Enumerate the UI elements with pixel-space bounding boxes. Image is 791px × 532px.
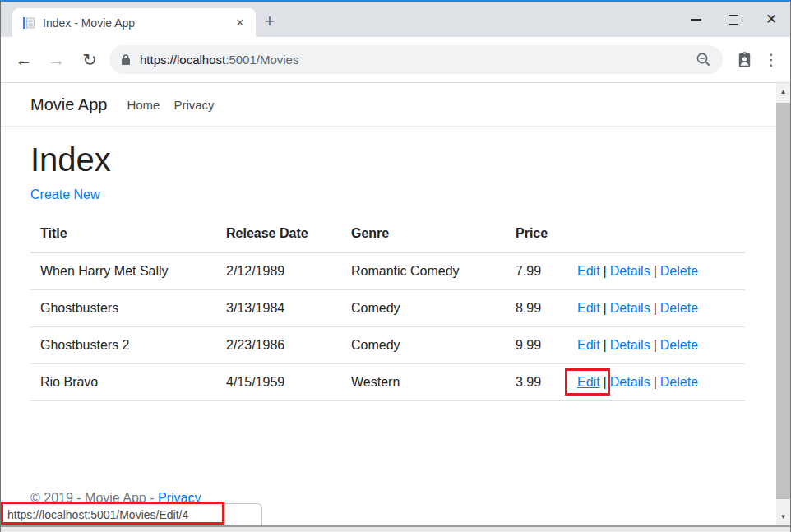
- status-bar: https://localhost:5001/Movies/Edit/4: [1, 503, 262, 525]
- cell-genre: Romantic Comedy: [341, 252, 506, 290]
- url-path: :5001/Movies: [225, 53, 298, 67]
- table-row: Rio Bravo4/15/1959Western3.99Edit|Detail…: [30, 364, 745, 401]
- action-delete-link[interactable]: Delete: [660, 375, 698, 389]
- minimize-icon: [691, 19, 701, 21]
- cell-title: Ghostbusters: [30, 290, 216, 327]
- action-details-link[interactable]: Details: [610, 264, 650, 278]
- action-separator: |: [654, 264, 657, 278]
- main-content: Index Create New Title Release Date Genr…: [1, 140, 790, 401]
- maximize-icon: [729, 15, 738, 25]
- action-edit-link[interactable]: Edit: [577, 301, 600, 315]
- cell-release_date: 2/23/1986: [216, 327, 341, 364]
- cell-genre: Western: [341, 364, 506, 401]
- action-edit-link[interactable]: Edit: [577, 264, 600, 278]
- cell-price: 3.99: [506, 364, 567, 401]
- nav-link-home[interactable]: Home: [127, 98, 160, 112]
- scrollbar-thumb[interactable]: [776, 103, 790, 499]
- header-actions: [567, 215, 745, 252]
- scroll-down-icon[interactable]: ▼: [776, 510, 790, 524]
- window-bottom-edge: [1, 525, 790, 532]
- close-icon: ✕: [766, 11, 777, 28]
- profile-icon[interactable]: [729, 45, 759, 75]
- cell-genre: Comedy: [341, 290, 506, 327]
- favicon-icon: [22, 16, 35, 30]
- action-separator: |: [654, 301, 657, 315]
- action-separator: |: [654, 375, 657, 389]
- movies-table: Title Release Date Genre Price When Harr…: [30, 215, 745, 401]
- tab-title: Index - Movie App: [43, 16, 233, 30]
- scroll-up-icon[interactable]: ▲: [776, 85, 790, 99]
- cell-title: When Harry Met Sally: [30, 252, 216, 290]
- cell-price: 8.99: [506, 290, 567, 327]
- action-edit-link[interactable]: Edit: [577, 338, 600, 352]
- cell-actions: Edit|Details|Delete: [567, 327, 745, 364]
- action-edit-link[interactable]: Edit: [577, 375, 600, 389]
- tab-close-icon[interactable]: ✕: [233, 16, 247, 30]
- create-new-link[interactable]: Create New: [30, 187, 99, 202]
- cell-actions: Edit|Details|Delete: [567, 290, 745, 327]
- tab-strip: Index - Movie App ✕ + ✕: [1, 2, 790, 37]
- table-row: Ghostbusters 22/23/1986Comedy9.99Edit|De…: [30, 327, 745, 364]
- close-button[interactable]: ✕: [752, 2, 790, 37]
- browser-window: Index - Movie App ✕ + ✕ ← → ↻ https://lo…: [0, 0, 791, 532]
- browser-toolbar: ← → ↻ https://localhost:5001/Movies: [1, 37, 790, 83]
- header-title: Title: [30, 215, 216, 252]
- minimize-button[interactable]: [677, 2, 715, 37]
- table-body: When Harry Met Sally2/12/1989Romantic Co…: [30, 252, 745, 401]
- site-navbar: Movie App Home Privacy: [1, 83, 790, 127]
- header-release-date: Release Date: [216, 215, 341, 252]
- url-text: https://localhost:5001/Movies: [140, 53, 298, 67]
- lock-icon: [121, 53, 131, 66]
- forward-button[interactable]: →: [40, 44, 73, 76]
- status-url: https://localhost:5001/Movies/Edit/4: [7, 508, 188, 521]
- maximize-button[interactable]: [715, 2, 752, 37]
- cell-genre: Comedy: [341, 327, 506, 364]
- cell-title: Ghostbusters 2: [30, 327, 216, 364]
- navbar-brand[interactable]: Movie App: [30, 95, 107, 114]
- header-genre: Genre: [341, 215, 506, 252]
- action-delete-link[interactable]: Delete: [660, 301, 698, 315]
- action-separator: |: [654, 338, 657, 352]
- action-details-link[interactable]: Details: [610, 375, 650, 389]
- table-row: Ghostbusters3/13/1984Comedy8.99Edit|Deta…: [30, 290, 745, 327]
- reload-button[interactable]: ↻: [73, 44, 106, 76]
- cell-title: Rio Bravo: [30, 364, 216, 401]
- vertical-scrollbar[interactable]: ▲ ▼: [776, 83, 790, 525]
- action-separator: |: [604, 375, 607, 389]
- action-delete-link[interactable]: Delete: [660, 338, 698, 352]
- cell-price: 7.99: [506, 252, 567, 290]
- table-row: When Harry Met Sally2/12/1989Romantic Co…: [30, 252, 745, 290]
- action-delete-link[interactable]: Delete: [660, 264, 698, 278]
- back-button[interactable]: ←: [7, 44, 40, 76]
- address-bar[interactable]: https://localhost:5001/Movies: [109, 45, 723, 74]
- new-tab-button[interactable]: +: [256, 7, 284, 35]
- action-details-link[interactable]: Details: [610, 301, 650, 315]
- window-controls: ✕: [677, 2, 790, 37]
- cell-price: 9.99: [506, 327, 567, 364]
- page-title: Index: [30, 140, 761, 179]
- cell-actions: Edit|Details|Delete: [567, 252, 745, 290]
- action-details-link[interactable]: Details: [610, 338, 650, 352]
- table-header-row: Title Release Date Genre Price: [30, 215, 745, 252]
- page-viewport: Movie App Home Privacy Index Create New …: [1, 83, 790, 525]
- nav-link-privacy[interactable]: Privacy: [173, 98, 214, 112]
- cell-release_date: 2/12/1989: [216, 252, 341, 290]
- cell-release_date: 4/15/1959: [216, 364, 341, 401]
- url-host: https://localhost: [140, 53, 225, 67]
- menu-dots-icon[interactable]: ⋮: [759, 45, 784, 75]
- action-separator: |: [604, 338, 607, 352]
- action-separator: |: [604, 264, 607, 278]
- browser-tab[interactable]: Index - Movie App ✕: [12, 8, 256, 37]
- cell-actions: Edit|Details|Delete: [567, 364, 745, 401]
- zoom-out-icon[interactable]: [696, 52, 711, 67]
- header-price: Price: [506, 215, 567, 252]
- cell-release_date: 3/13/1984: [216, 290, 341, 327]
- action-separator: |: [604, 301, 607, 315]
